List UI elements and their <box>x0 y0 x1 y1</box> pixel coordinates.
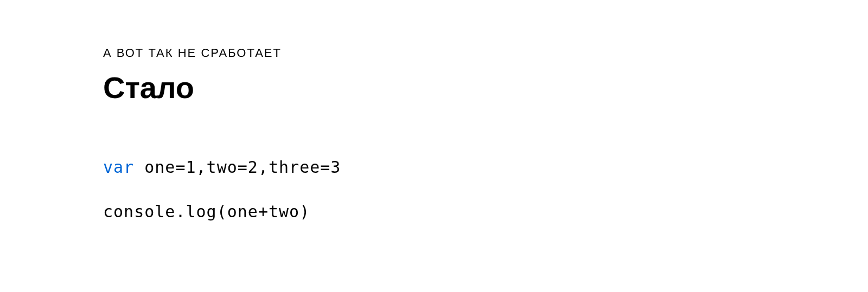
code-line-2: console.log(one+two) <box>103 200 868 223</box>
section-heading: Стало <box>103 71 868 105</box>
code-line-1: var one=1,two=2,three=3 <box>103 156 868 179</box>
code-block: var one=1,two=2,three=3 console.log(one+… <box>103 156 868 223</box>
code-keyword-var: var <box>103 158 134 177</box>
code-line-1-rest: one=1,two=2,three=3 <box>134 158 341 177</box>
overline-text: А ВОТ ТАК НЕ СРАБОТАЕТ <box>103 46 868 60</box>
